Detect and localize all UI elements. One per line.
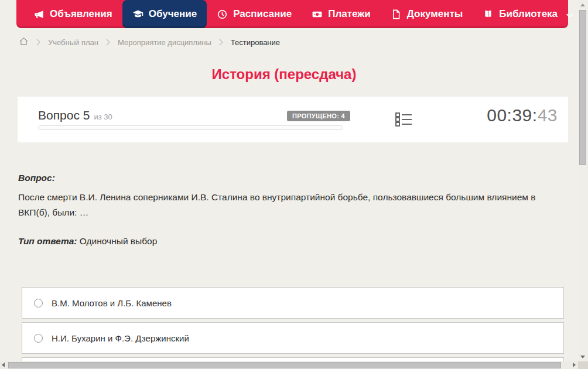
nav-item-library[interactable]: Библиотека: [473, 0, 582, 28]
question-number: Вопрос 5: [38, 108, 90, 122]
breadcrumb-item-testing: Тестирование: [231, 38, 280, 47]
horizontal-scrollbar[interactable]: [0, 361, 578, 369]
chevron-down-icon: [564, 10, 572, 18]
breadcrumb-item-curriculum[interactable]: Учебный план: [48, 38, 98, 47]
answer-option-label: Н.И. Бухарин и Ф.Э. Дзержинский: [52, 333, 189, 343]
chevron-right-icon: [36, 39, 40, 46]
scroll-down-arrow-icon[interactable]: [580, 356, 585, 358]
clock-icon: [217, 9, 228, 20]
question-total: из 30: [94, 112, 112, 121]
answer-option-label: В.М. Молотов и Л.Б. Каменев: [52, 298, 172, 308]
answer-option[interactable]: В.М. Молотов и Л.Б. Каменев: [22, 287, 564, 319]
graduation-cap-icon: [132, 9, 143, 20]
question-counter: Вопрос 5 из 30: [38, 108, 112, 122]
horizontal-scroll-thumb[interactable]: [8, 362, 561, 368]
scroll-right-arrow-icon[interactable]: [573, 363, 576, 367]
vertical-scrollbar[interactable]: [578, 0, 588, 369]
page-title: История (пересдача): [0, 66, 568, 83]
nav-item-label: Библиотека: [499, 8, 558, 20]
progress-bar: [38, 125, 343, 130]
nav-item-label: Обучение: [149, 8, 197, 20]
nav-item-learning[interactable]: Обучение: [122, 0, 207, 28]
answer-option[interactable]: Н.И. Бухарин и Ф.Э. Дзержинский: [22, 322, 564, 354]
nav-item-schedule[interactable]: Расписание: [207, 0, 302, 28]
radio-button[interactable]: [34, 334, 43, 343]
nav-item-announcements[interactable]: Объявления: [23, 0, 122, 28]
scrollbar-corner: [578, 361, 588, 369]
document-icon: [391, 9, 402, 20]
question-header-card: Вопрос 5 из 30 ПРОПУЩЕНО: 4 00:39:43: [18, 97, 568, 142]
book-icon: [483, 9, 494, 20]
chevron-right-icon: [106, 39, 110, 46]
top-navbar: Объявления Обучение Расписание Платежи Д…: [16, 0, 568, 28]
home-icon[interactable]: [19, 36, 29, 48]
answer-type-label: Тип ответа:: [18, 236, 77, 246]
question-block: Вопрос: После смерти В.И. Ленина соперни…: [18, 170, 548, 220]
nav-item-payments[interactable]: Платежи: [302, 0, 381, 28]
vertical-scroll-thumb[interactable]: [579, 10, 586, 165]
timer-seconds: 43: [538, 105, 558, 125]
answer-type-value: Одиночный выбор: [80, 236, 158, 246]
timer-main: 00:39:: [487, 105, 537, 125]
megaphone-icon: [33, 9, 45, 20]
breadcrumb: Учебный план Мероприятие дисциплины Тест…: [19, 36, 280, 49]
scroll-left-arrow-icon[interactable]: [2, 363, 5, 367]
nav-item-label: Расписание: [233, 8, 292, 20]
question-text: После смерти В.И. Ленина соперниками И.В…: [18, 190, 548, 220]
answer-type: Тип ответа: Одиночный выбор: [18, 236, 157, 247]
chevron-right-icon: [219, 39, 223, 46]
timer: 00:39:43: [487, 105, 558, 125]
question-list-icon[interactable]: [395, 112, 413, 127]
scroll-up-arrow-icon[interactable]: [580, 4, 585, 6]
skipped-badge: ПРОПУЩЕНО: 4: [287, 111, 350, 121]
answer-options: В.М. Молотов и Л.Б. Каменев Н.И. Бухарин…: [22, 287, 564, 369]
nav-item-label: Документы: [407, 8, 463, 20]
radio-button[interactable]: [34, 299, 43, 308]
banknote-icon: [312, 9, 323, 20]
nav-item-label: Объявления: [50, 8, 112, 20]
nav-item-documents[interactable]: Документы: [381, 0, 473, 28]
breadcrumb-item-discipline-event[interactable]: Мероприятие дисциплины: [118, 38, 211, 47]
question-label: Вопрос:: [18, 170, 548, 186]
nav-item-label: Платежи: [328, 8, 371, 20]
